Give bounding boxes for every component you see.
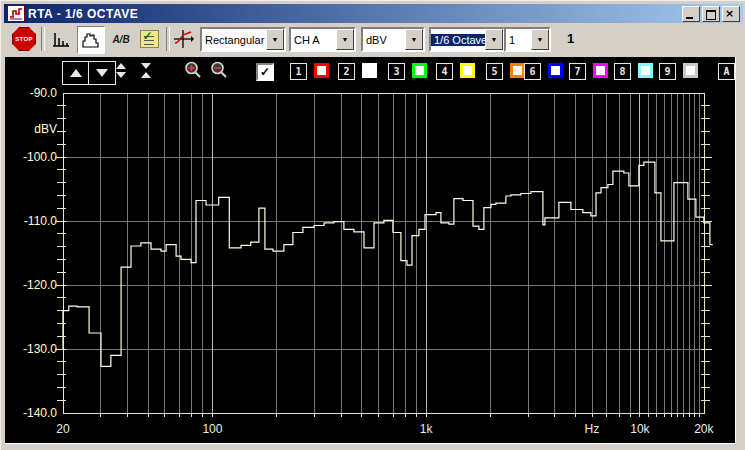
marker-crosshair-icon bbox=[172, 29, 194, 49]
channel-2-button[interactable]: 2 bbox=[338, 63, 355, 80]
options-checklist-button[interactable]: ✓ bbox=[136, 26, 162, 52]
channel-1-color-swatch[interactable] bbox=[314, 63, 329, 78]
checklist-icon: ✓ bbox=[140, 30, 159, 48]
spectrum-chart: -90.0-100.0-110.0-120.0-130.0-140.0dBV20… bbox=[5, 57, 735, 443]
channel-9-button[interactable]: 9 bbox=[659, 63, 676, 80]
channel-1-button[interactable]: 1 bbox=[290, 63, 307, 80]
spectrum-trace bbox=[63, 162, 713, 366]
channel-5-color-swatch[interactable] bbox=[510, 63, 525, 78]
arrow-down-icon bbox=[96, 69, 108, 77]
maximize-button[interactable] bbox=[702, 6, 720, 22]
expand-icon bbox=[116, 63, 126, 69]
zoom-out-icon bbox=[210, 61, 228, 79]
averages-combo[interactable]: 1 ▼ bbox=[504, 27, 551, 52]
input-channel-combo[interactable]: CH A ▼ bbox=[289, 27, 356, 52]
channel-6-button[interactable]: 6 bbox=[524, 63, 541, 80]
chevron-down-icon[interactable]: ▼ bbox=[405, 29, 423, 50]
chevron-down-icon[interactable]: ▼ bbox=[485, 29, 503, 50]
gridlines-minor bbox=[63, 93, 704, 413]
compress-icon bbox=[141, 63, 151, 69]
axis-ticks bbox=[55, 106, 712, 417]
svg-text:-130.0: -130.0 bbox=[23, 342, 57, 356]
svg-text:Hz: Hz bbox=[585, 422, 600, 436]
chevron-down-icon[interactable]: ▼ bbox=[531, 29, 549, 50]
chevron-down-icon[interactable]: ▼ bbox=[336, 29, 354, 50]
x-axis-labels: 201001kHz10k20k bbox=[56, 422, 714, 436]
channel-7-color-swatch[interactable] bbox=[593, 63, 608, 78]
stop-icon: STOP bbox=[12, 27, 36, 51]
scale-down-button[interactable] bbox=[88, 61, 116, 85]
window-title: RTA - 1/6 OCTAVE bbox=[28, 7, 682, 21]
zoom-in-icon bbox=[184, 61, 202, 79]
toolbar: STOP A/B ✓ bbox=[4, 23, 743, 55]
amplitude-units-combo[interactable]: dBV ▼ bbox=[361, 27, 425, 52]
channel-6-color-swatch[interactable] bbox=[548, 63, 563, 78]
svg-text:20k: 20k bbox=[694, 422, 714, 436]
plot-border bbox=[63, 93, 704, 413]
svg-text:-110.0: -110.0 bbox=[24, 214, 57, 228]
rta-curve-icon bbox=[81, 31, 101, 49]
y-axis-unit: dBV bbox=[34, 122, 57, 136]
maximize-icon bbox=[706, 10, 716, 20]
chevron-down-icon[interactable]: ▼ bbox=[266, 29, 284, 50]
channel-3-color-swatch[interactable] bbox=[412, 63, 427, 78]
arrow-up-icon bbox=[70, 69, 82, 77]
svg-text:20: 20 bbox=[56, 422, 70, 436]
svg-text:-140.0: -140.0 bbox=[23, 406, 57, 420]
scale-up-button[interactable] bbox=[62, 61, 90, 85]
app-window: RTA - 1/6 OCTAVE × STOP bbox=[0, 0, 745, 450]
amplitude-units-value: dBV bbox=[363, 34, 405, 46]
svg-text:-120.0: -120.0 bbox=[23, 278, 57, 292]
trace-visible-checkbox[interactable]: ✓ bbox=[256, 63, 274, 81]
stop-button[interactable]: STOP bbox=[12, 27, 36, 51]
channel-7-button[interactable]: 7 bbox=[569, 63, 586, 80]
y-axis-labels: -90.0-100.0-110.0-120.0-130.0-140.0dBV bbox=[23, 86, 57, 420]
ab-icon: A/B bbox=[112, 34, 129, 45]
spectrum-bars-button[interactable] bbox=[48, 26, 74, 52]
toolbar-separator bbox=[41, 27, 45, 51]
resolution-combo[interactable]: 1/6 Octave ▼ bbox=[429, 27, 505, 52]
compress-range-button[interactable] bbox=[141, 63, 151, 78]
overlay-all-button[interactable]: A bbox=[718, 63, 735, 80]
channel-9-color-swatch[interactable] bbox=[683, 63, 698, 78]
spectrum-bars-icon bbox=[51, 30, 71, 48]
svg-text:10k: 10k bbox=[630, 422, 650, 436]
close-button[interactable]: × bbox=[722, 6, 740, 22]
channel-8-color-swatch[interactable] bbox=[638, 63, 653, 78]
svg-text:100: 100 bbox=[202, 422, 222, 436]
channel-8-button[interactable]: 8 bbox=[614, 63, 631, 80]
trace-number-label: 1 bbox=[567, 31, 574, 46]
ab-compare-button[interactable]: A/B bbox=[108, 26, 134, 52]
window-function-combo[interactable]: Rectangular ▼ bbox=[200, 27, 286, 52]
close-icon: × bbox=[725, 7, 734, 20]
title-bar[interactable]: RTA - 1/6 OCTAVE × bbox=[4, 4, 743, 23]
channel-5-button[interactable]: 5 bbox=[486, 63, 503, 80]
channel-3-button[interactable]: 3 bbox=[388, 63, 405, 80]
minimize-icon bbox=[686, 17, 693, 19]
window-function-value: Rectangular bbox=[202, 34, 266, 46]
app-icon bbox=[7, 5, 25, 22]
svg-text:-90.0: -90.0 bbox=[30, 86, 58, 100]
input-channel-value: CH A bbox=[291, 34, 336, 46]
averages-value: 1 bbox=[506, 34, 531, 46]
check-icon: ✓ bbox=[260, 67, 270, 77]
channel-4-button[interactable]: 4 bbox=[436, 63, 453, 80]
channel-4-color-swatch[interactable] bbox=[460, 63, 475, 78]
rta-view-button[interactable] bbox=[77, 26, 105, 54]
svg-text:-100.0: -100.0 bbox=[23, 150, 57, 164]
expand-range-button[interactable] bbox=[116, 63, 126, 78]
minimize-button[interactable] bbox=[682, 6, 700, 22]
marker-crosshair-button[interactable] bbox=[170, 26, 196, 52]
resolution-value: 1/6 Octave bbox=[431, 34, 485, 46]
svg-text:1k: 1k bbox=[420, 422, 434, 436]
graph-panel: -90.0-100.0-110.0-120.0-130.0-140.0dBV20… bbox=[5, 57, 736, 444]
channel-2-color-swatch[interactable] bbox=[362, 63, 377, 78]
